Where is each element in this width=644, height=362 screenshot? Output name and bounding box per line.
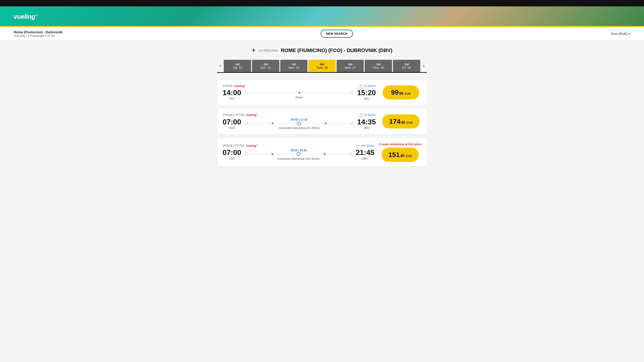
depart-time: 07:00: [222, 149, 241, 156]
day-name-label: Tues 16: [310, 66, 334, 69]
line-segment: [274, 154, 297, 154]
month-label: Jul: [254, 63, 277, 66]
connection-dot: [297, 152, 300, 156]
flight-card: VY6109 | VY7720 vueling 🕐 7h 35min 07:00…: [217, 109, 427, 134]
flights-container: VY6736 vueling 🕐 1h 20min 14:00 FCO ✈: [217, 80, 427, 166]
line-segment: [326, 154, 349, 154]
dest-dot: [350, 91, 354, 94]
flight-times: 14:00 FCO ✈ Direct 15:20 DBV: [222, 89, 376, 100]
plane-path-icon: ✈: [271, 121, 274, 126]
line-segment: [248, 123, 271, 124]
plane-path-icon-2: ✈: [324, 121, 327, 126]
month-label: Jul: [367, 63, 390, 66]
plane-icon: ✈: [252, 48, 256, 53]
flight-path: 08:55 | 19:30 ✈ ✈ Connection Barcelona (…: [241, 149, 356, 160]
line-segment: [248, 93, 298, 93]
arrive-time: 21:45: [356, 149, 374, 156]
price-button[interactable]: 99 99 EUR: [383, 85, 419, 100]
duration-badge: 🕐 14h 45min: [356, 144, 374, 147]
origin-dot: [245, 91, 248, 94]
line-segment: [301, 123, 324, 124]
price-currency: EUR: [406, 154, 412, 158]
main-content: ✈ OUTBOUND ROME (FIUMICINO) (FCO) - DUBR…: [212, 41, 432, 177]
date-item[interactable]: Jul Tues 16: [308, 60, 336, 72]
hero: vueling: [0, 7, 644, 27]
airline-logo: vueling: [246, 113, 258, 117]
arrive-block: 21:45 DBV: [356, 149, 374, 160]
plane-path-icon-2: ✈: [323, 152, 326, 156]
flight-path: 08:55 | 12:20 ✈ ✈ Connection Barcelona (…: [241, 118, 357, 130]
date-item[interactable]: Jul Sat 13: [224, 60, 251, 72]
month-label: Jul: [395, 63, 418, 66]
flight-card: VY6109 | VY7722 vueling 🕐 14h 45min 07:0…: [217, 138, 427, 166]
dest-dot: [350, 122, 354, 125]
price-currency: EUR: [404, 92, 411, 95]
depart-block: 07:00 FCO: [222, 118, 241, 130]
airline-logo: vueling: [234, 84, 246, 88]
logo-text: vueling: [14, 13, 35, 20]
price-block: 2 seats remaining at this price 151 40 E…: [379, 142, 422, 162]
date-prev-button[interactable]: ‹: [217, 61, 223, 71]
outbound-route: ROME (FIUMICINO) (FCO) - DUBROVNIK (DBV): [281, 48, 392, 53]
date-selector: ‹ Jul Sat 13 Jul Sun 14 Jul Mon 15 Jul T…: [217, 60, 427, 73]
month-label: Jul: [339, 63, 362, 66]
line-segment: [327, 123, 350, 124]
price-main: 151: [388, 151, 400, 159]
day-name-label: Fri 19: [395, 66, 418, 69]
day-name-label: Thur 18: [367, 66, 390, 69]
airline-dot: [244, 85, 246, 86]
path-label: Direct: [296, 96, 302, 99]
line-segment: [248, 154, 271, 154]
price-button[interactable]: 151 40 EUR: [382, 148, 419, 162]
search-info: Rome (Fiumicino) - Dubrovnik One way | 1…: [14, 30, 62, 38]
flight-times: 07:00 FCO 08:55 | 12:20 ✈ ✈ Connection B…: [222, 118, 376, 130]
date-item[interactable]: Jul Thur 18: [365, 60, 392, 72]
price-decimal: 40: [401, 121, 405, 125]
date-next-button[interactable]: ›: [421, 61, 427, 71]
currency-selector[interactable]: Euro (EUR) ▾: [611, 32, 630, 36]
price-button[interactable]: 174 40 EUR: [382, 114, 420, 129]
duration-label: 7h 35min: [364, 113, 376, 117]
price-block: 99 99 EUR: [380, 85, 422, 100]
duration-badge: 🕐 1h 20min: [359, 84, 376, 88]
price-block: 174 40 EUR: [380, 114, 422, 129]
flight-path-line: ✈ ✈: [245, 121, 354, 126]
date-item[interactable]: Jul Mon 15: [280, 60, 308, 72]
day-name-label: Wed 17: [339, 66, 362, 69]
origin-dot: [245, 152, 248, 156]
clock-icon: 🕐: [356, 144, 360, 147]
price-currency: EUR: [406, 121, 412, 124]
outbound-label: OUTBOUND: [258, 49, 278, 52]
duration-badge: 🕐 7h 35min: [359, 113, 376, 117]
price-decimal: 40: [400, 154, 404, 158]
flight-path-line: ✈: [245, 91, 354, 95]
connection-dot: [297, 122, 301, 125]
chevron-down-icon: ▾: [629, 32, 630, 35]
duration-label: 1h 20min: [364, 84, 376, 88]
month-label: Jul: [282, 63, 305, 66]
line-segment: [300, 154, 323, 154]
date-item[interactable]: Jul Fri 19: [393, 60, 420, 72]
connection-label: Connection Barcelona (3h 25min): [279, 126, 320, 130]
date-item[interactable]: Jul Wed 17: [336, 60, 364, 72]
new-search-button[interactable]: NEW SEARCH: [321, 30, 353, 38]
search-details: One way | 1 Passenger | 16 Jul: [14, 34, 62, 38]
flight-main: VY6109 | VY7720 vueling 🕐 7h 35min 07:00…: [222, 113, 376, 130]
flight-number: VY6109 | VY7722: [222, 144, 244, 147]
dest-dot: [349, 152, 352, 156]
depart-airport: FCO: [222, 126, 241, 130]
flight-header: VY6736 vueling 🕐 1h 20min: [222, 84, 376, 88]
price-main: 174: [389, 118, 400, 125]
price-decimal: 99: [399, 92, 403, 96]
flight-main: VY6109 | VY7722 vueling 🕐 14h 45min 07:0…: [222, 144, 374, 160]
depart-block: 14:00 FCO: [222, 89, 241, 100]
arrive-airport: DBV: [356, 157, 374, 160]
duration-label: 14h 45min: [360, 144, 374, 147]
flight-header: VY6109 | VY7722 vueling 🕐 14h 45min: [222, 144, 374, 147]
flight-path-line: ✈ ✈: [245, 152, 352, 156]
clock-icon: 🕐: [359, 113, 363, 117]
depart-block: 07:00 FCO: [222, 149, 241, 160]
connection-time: 08:55 | 12:20: [291, 118, 307, 121]
date-item[interactable]: Jul Sun 14: [252, 60, 279, 72]
day-name-label: Sat 13: [226, 66, 249, 69]
